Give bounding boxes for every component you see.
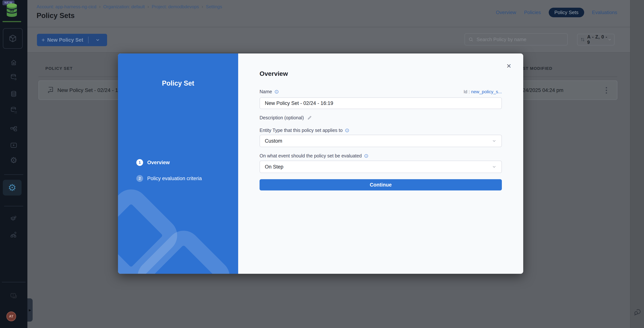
sidebar-item-layers-gear[interactable]: ⚙ [0, 215, 28, 223]
sidebar-divider [2, 282, 26, 282]
new-policy-set-label: New Policy Set [47, 37, 83, 43]
step-label: Policy evaluation criteria [147, 176, 202, 181]
description-label: Description (optional) [260, 115, 304, 121]
search-input[interactable]: Search Policy by name [464, 34, 568, 46]
policy-set-name-link[interactable]: New Policy Set - 02/24 - 16:19 [58, 87, 128, 93]
user-avatar[interactable]: AT [6, 311, 16, 321]
module-selector-cube-icon[interactable] [3, 28, 23, 49]
sidebar-divider [4, 174, 23, 175]
sidebar-item-database-stack[interactable] [0, 91, 28, 98]
sidebar-item-database-grid[interactable] [0, 106, 28, 114]
sort-dropdown[interactable]: A - Z, 0 - 9 [577, 34, 614, 46]
close-icon[interactable]: ✕ [506, 63, 512, 70]
breadcrumb-separator: › [202, 4, 203, 10]
sidebar-item-database-gear[interactable]: ⚙ [0, 74, 28, 81]
breadcrumb-project[interactable]: Project: demodbdevops [152, 4, 199, 10]
continue-button[interactable]: Continue [260, 179, 502, 190]
sort-arrows-icon [580, 37, 585, 42]
sidebar: NEW ∞ ⚙ [0, 0, 28, 328]
id-value-link[interactable]: new_policy_s... [471, 89, 502, 94]
gear-icon: ⚙ [8, 183, 16, 192]
tab-overview[interactable]: Overview [496, 10, 516, 16]
wizard-step-overview[interactable]: 1 Overview [136, 159, 170, 166]
info-icon [345, 128, 350, 133]
wizard-content-panel: ✕ Overview Name Id : new_policy_s... New [238, 54, 523, 274]
event-label: On what event should the policy set be e… [260, 153, 362, 159]
page-title: Policy Sets [36, 12, 75, 20]
wizard-title: Policy Set [118, 79, 238, 87]
info-icon [364, 154, 368, 158]
name-label: Name [260, 89, 272, 94]
support-chat-icon[interactable] [633, 308, 642, 317]
breadcrumb-separator: › [148, 4, 149, 10]
search-icon [468, 37, 474, 42]
edit-pencil-icon[interactable] [307, 115, 312, 120]
breadcrumb-organization[interactable]: Organization: default [103, 4, 145, 10]
name-input[interactable]: New Policy Set - 02/24 - 16:19 [260, 97, 502, 109]
step-number: 1 [136, 159, 143, 166]
entity-type-value: Custom [265, 138, 282, 144]
column-header-policy-set: POLICY SET [46, 66, 72, 71]
sidebar-item-flowchart-gear[interactable]: ⚙ [0, 231, 28, 239]
chevron-down-icon [95, 38, 100, 43]
tab-policy-sets-active[interactable]: Policy Sets [549, 8, 584, 17]
breadcrumb-settings[interactable]: Settings [206, 4, 222, 10]
new-policy-set-button[interactable]: + New Policy Set [37, 34, 107, 46]
row-kebab-menu[interactable] [602, 86, 610, 95]
tab-policies[interactable]: Policies [524, 10, 541, 16]
event-value: On Step [265, 164, 283, 170]
event-select[interactable]: On Step [260, 161, 502, 173]
sort-label: A - Z, 0 - 9 [587, 34, 608, 45]
name-input-value: New Policy Set - 02/24 - 16:19 [265, 100, 333, 106]
top-navigation: Overview Policies Policy Sets Evaluation… [496, 8, 617, 17]
chevron-down-icon [492, 164, 496, 169]
gear-icon: ⚙ [10, 156, 17, 164]
scrollbar-gutter[interactable] [630, 0, 644, 328]
help-chat-icon[interactable]: ? [0, 292, 28, 301]
svg-text:⚙: ⚙ [14, 78, 17, 81]
search-placeholder: Search Policy by name [476, 37, 526, 43]
breadcrumb-separator: › [99, 4, 101, 10]
entity-id: Id : new_policy_s... [464, 89, 502, 94]
svg-text:?: ? [12, 294, 14, 297]
step-label: Overview [147, 160, 170, 166]
sidebar-item-project-settings-active[interactable]: ⚙ [3, 180, 22, 196]
breadcrumb-account[interactable]: Account: app-harness-ng-cicd [36, 4, 96, 10]
entity-type-label: Entity Type that this policy set applies… [260, 128, 343, 133]
tab-evaluations[interactable]: Evaluations [592, 10, 617, 16]
breadcrumb: Account: app-harness-ng-cicd › Organizat… [36, 4, 222, 10]
new-policy-set-dropdown-toggle[interactable] [88, 38, 107, 43]
wizard-panel: Policy Set 1 Overview 2 Policy evaluatio… [118, 54, 238, 274]
entity-type-select[interactable]: Custom [260, 135, 502, 147]
policy-set-document-icon [47, 86, 54, 94]
svg-text:∞: ∞ [10, 7, 14, 14]
sidebar-item-settings-gear[interactable]: ⚙ [0, 156, 28, 164]
modal-heading: Overview [260, 70, 288, 77]
info-icon [274, 90, 279, 94]
wizard-step-policy-evaluation-criteria[interactable]: 2 Policy evaluation criteria [136, 175, 202, 182]
sidebar-divider [4, 206, 23, 206]
sidebar-item-executions-play[interactable] [0, 142, 28, 149]
sidebar-item-home[interactable] [0, 59, 28, 66]
chevron-down-icon [608, 37, 612, 42]
svg-text:⚙: ⚙ [14, 231, 16, 234]
chevron-right-icon: ▶ [29, 308, 31, 312]
sidebar-expand-handle[interactable]: ▶ [28, 298, 33, 322]
step-number: 2 [136, 175, 143, 182]
chevron-down-icon [492, 139, 496, 143]
module-underline [2, 21, 21, 22]
plus-icon: + [42, 37, 45, 44]
id-label: Id : [464, 89, 470, 94]
app-root: NEW ∞ ⚙ [0, 0, 644, 328]
sidebar-item-pipelines-flowchart[interactable] [0, 125, 28, 133]
svg-text:⚙: ⚙ [14, 215, 16, 218]
policy-set-wizard-modal: Policy Set 1 Overview 2 Policy evaluatio… [118, 54, 523, 274]
harness-database-devops-logo-icon[interactable]: ∞ [6, 3, 18, 18]
